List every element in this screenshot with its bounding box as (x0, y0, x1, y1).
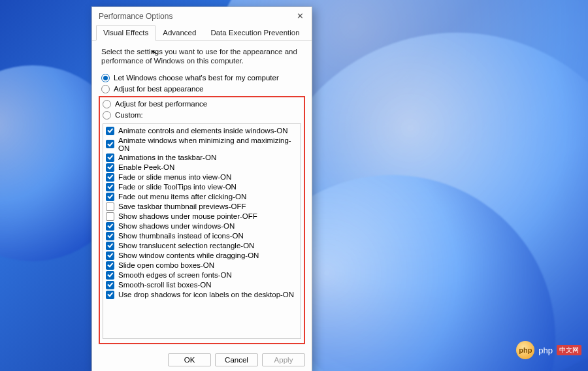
checkbox-row-15[interactable]: Smooth-scroll list boxes-ON (106, 280, 298, 290)
checkbox-label: Fade or slide menus into view-ON (118, 173, 231, 181)
checkbox-row-3[interactable]: Enable Peek-ON (106, 163, 298, 172)
tab-body-visual-effects: Select the settings you want to use for … (92, 40, 312, 348)
radio-label: Let Windows choose what's best for my co… (114, 74, 279, 82)
checkbox-icon[interactable] (106, 140, 114, 148)
checkbox-icon[interactable] (106, 291, 114, 299)
radio-option-3[interactable]: Custom: (103, 110, 301, 121)
tab-advanced[interactable]: Advanced (155, 25, 203, 40)
checkbox-icon[interactable] (106, 232, 114, 240)
highlight-box: Adjust for best performanceCustom: Anima… (99, 96, 305, 344)
checkbox-label: Show translucent selection rectangle-ON (118, 242, 254, 250)
checkbox-row-10[interactable]: Show thumbnails instead of icons-ON (106, 231, 298, 241)
checkbox-row-7[interactable]: Save taskbar thumbnail previews-OFF (106, 202, 298, 212)
checkbox-label: Show shadows under mouse pointer-OFF (118, 212, 257, 220)
radio-option-1[interactable]: Adjust for best appearance (101, 84, 302, 95)
checkbox-row-1[interactable]: Animate windows when minimizing and maxi… (106, 136, 298, 153)
checkbox-label: Fade out menu items after clicking-ON (118, 193, 246, 201)
checkbox-icon[interactable] (106, 173, 114, 182)
checkbox-label: Slide open combo boxes-ON (118, 261, 214, 269)
checkbox-icon[interactable] (106, 271, 114, 280)
radio-label: Adjust for best appearance (114, 85, 203, 93)
radio-icon[interactable] (101, 74, 110, 82)
checkbox-icon[interactable] (106, 183, 114, 191)
checkbox-label: Use drop shadows for icon labels on the … (118, 291, 294, 298)
checkbox-icon[interactable] (106, 281, 114, 289)
checkbox-label: Animations in the taskbar-ON (118, 153, 216, 161)
checkbox-label: Show window contents while dragging-ON (118, 251, 259, 259)
checkbox-row-11[interactable]: Show translucent selection rectangle-ON (106, 241, 298, 251)
checkbox-icon[interactable] (106, 261, 114, 270)
tab-visual-effects[interactable]: Visual Effects (96, 25, 155, 40)
ok-button[interactable]: OK (168, 353, 211, 366)
checkbox-row-0[interactable]: Animate controls and elements inside win… (106, 126, 298, 136)
dialog-title: Performance Options (99, 12, 172, 21)
checkbox-label: Show thumbnails instead of icons-ON (118, 232, 244, 240)
checkbox-label: Show shadows under windows-ON (118, 222, 235, 230)
checkbox-icon[interactable] (106, 212, 114, 221)
checkbox-row-5[interactable]: Fade or slide ToolTips into view-ON (106, 182, 298, 192)
checkbox-icon[interactable] (106, 222, 114, 231)
checkbox-icon[interactable] (106, 127, 114, 135)
titlebar: Performance Options ✕ (92, 7, 312, 25)
checkbox-icon[interactable] (106, 193, 114, 201)
checkbox-row-12[interactable]: Show window contents while dragging-ON (106, 251, 298, 261)
checkbox-icon[interactable] (106, 251, 114, 260)
checkbox-icon[interactable] (106, 153, 114, 162)
radio-label: Custom: (115, 111, 143, 119)
checkbox-row-8[interactable]: Show shadows under mouse pointer-OFF (106, 212, 298, 221)
radio-option-0[interactable]: Let Windows choose what's best for my co… (101, 73, 302, 84)
dialog-buttons: OK Cancel Apply (92, 348, 312, 371)
description-text: Select the settings you want to use for … (101, 47, 302, 66)
watermark-logo-icon: php (516, 341, 534, 359)
performance-options-dialog: Performance Options ✕ Visual EffectsAdva… (91, 7, 312, 371)
visual-effects-checklist[interactable]: Animate controls and elements inside win… (103, 123, 301, 339)
radio-icon[interactable] (103, 111, 111, 120)
radio-icon[interactable] (101, 85, 110, 93)
checkbox-icon[interactable] (106, 163, 114, 172)
checkbox-label: Save taskbar thumbnail previews-OFF (118, 202, 246, 210)
checkbox-label: Fade or slide ToolTips into view-ON (118, 183, 237, 191)
checkbox-row-2[interactable]: Animations in the taskbar-ON (106, 153, 298, 163)
checkbox-label: Smooth-scroll list boxes-ON (118, 281, 212, 289)
checkbox-row-13[interactable]: Slide open combo boxes-ON (106, 261, 298, 270)
checkbox-row-9[interactable]: Show shadows under windows-ON (106, 221, 298, 231)
checkbox-row-14[interactable]: Smooth edges of screen fonts-ON (106, 270, 298, 280)
watermark: php php 中文网 (516, 341, 581, 359)
radio-option-2[interactable]: Adjust for best performance (103, 99, 301, 110)
watermark-text: php (538, 346, 553, 355)
checkbox-label: Smooth edges of screen fonts-ON (118, 271, 232, 279)
cancel-button[interactable]: Cancel (215, 353, 258, 366)
tab-strip: Visual EffectsAdvancedData Execution Pre… (92, 25, 312, 40)
watermark-cn-badge: 中文网 (557, 345, 581, 355)
checkbox-icon[interactable] (106, 242, 114, 250)
checkbox-row-4[interactable]: Fade or slide menus into view-ON (106, 172, 298, 182)
checkbox-row-16[interactable]: Use drop shadows for icon labels on the … (106, 290, 298, 300)
checkbox-label: Animate windows when minimizing and maxi… (118, 137, 298, 152)
checkbox-label: Animate controls and elements inside win… (118, 127, 288, 135)
radio-label: Adjust for best performance (115, 100, 207, 108)
apply-button[interactable]: Apply (262, 353, 305, 366)
checkbox-label: Enable Peek-ON (118, 163, 174, 171)
radio-icon[interactable] (103, 100, 111, 108)
tab-data-execution-prevention[interactable]: Data Execution Prevention (203, 25, 306, 40)
close-icon[interactable]: ✕ (294, 11, 306, 21)
checkbox-icon[interactable] (106, 202, 114, 211)
checkbox-row-6[interactable]: Fade out menu items after clicking-ON (106, 192, 298, 202)
